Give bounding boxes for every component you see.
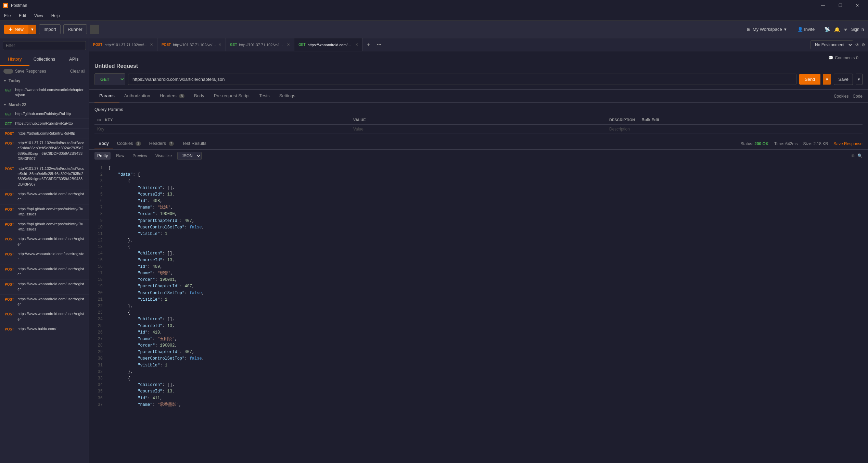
description-input[interactable] — [609, 127, 860, 132]
tab-close-icon[interactable]: ✕ — [287, 42, 290, 47]
sidebar-tab-collections[interactable]: Collections — [29, 53, 59, 66]
tab-2[interactable]: GET http://101.37.71.102/vc/inf/bus... ✕ — [226, 38, 294, 51]
response-time: Time: 642ms — [774, 141, 798, 146]
bell-icon[interactable]: 🔔 — [834, 27, 840, 32]
extra-button[interactable]: ⋯ — [90, 25, 99, 34]
list-item[interactable]: POST https://www.wanandroid.com/user/reg… — [0, 279, 89, 295]
tab-params[interactable]: Params — [94, 90, 119, 102]
value-input[interactable] — [353, 127, 604, 132]
maximize-button[interactable]: ❐ — [832, 0, 848, 11]
format-type-select[interactable]: JSON XML HTML Text — [177, 152, 202, 160]
save-button[interactable]: Save — [834, 74, 853, 85]
format-visualize-button[interactable]: Visualize — [153, 152, 175, 160]
list-item[interactable]: POST https://api.github.com/repos/rubint… — [0, 220, 89, 235]
add-tab-button[interactable]: + — [363, 42, 374, 48]
format-raw-button[interactable]: Raw — [113, 152, 127, 160]
key-input[interactable] — [97, 127, 348, 132]
sign-in-button[interactable]: Sign In — [851, 27, 864, 32]
environment-dropdown[interactable]: No Environment — [810, 40, 853, 49]
list-item[interactable]: POST https://www.wanandroid.com/user/reg… — [0, 295, 89, 310]
clear-all-button[interactable]: Clear all — [70, 69, 85, 74]
tab-tests[interactable]: Tests — [254, 90, 274, 102]
resp-tab-test-results[interactable]: Test Results — [178, 138, 210, 149]
url-input[interactable] — [128, 74, 796, 85]
tab-settings[interactable]: Settings — [275, 90, 300, 102]
list-item[interactable]: POST https://www.wanandroid.com/user/reg… — [0, 234, 89, 249]
list-item[interactable]: POST http://101.37.71.102/vc/inf/route/l… — [0, 164, 89, 190]
list-item[interactable]: POST https://api.github.com/repos/rubint… — [0, 204, 89, 220]
tab-1[interactable]: POST http://101.37.71.102/vc/inf/ro... ✕ — [157, 38, 226, 51]
list-item[interactable]: POST https://www.wanandroid.com/user/reg… — [0, 264, 89, 279]
search-input[interactable] — [3, 41, 86, 50]
tab-pre-request-script[interactable]: Pre-request Script — [209, 90, 255, 102]
headers-badge: 8 — [179, 94, 184, 98]
list-item[interactable]: GET https://wanandroid.com/wxarticle/cha… — [0, 85, 89, 100]
tab-method: POST — [93, 43, 102, 47]
menu-help[interactable]: Help — [50, 13, 61, 19]
menu-edit[interactable]: Edit — [17, 13, 27, 19]
more-tabs-button[interactable]: ••• — [374, 42, 384, 47]
sidebar-tab-apis[interactable]: APIs — [59, 53, 89, 66]
tab-close-icon[interactable]: ✕ — [355, 42, 358, 47]
import-button[interactable]: Import — [39, 24, 61, 34]
menu-file[interactable]: File — [3, 13, 12, 19]
minimize-button[interactable]: — — [815, 0, 831, 11]
list-item[interactable]: GET https://github.com/Rubintry/RuHttp — [0, 119, 89, 128]
close-button[interactable]: ✕ — [850, 0, 865, 11]
workspace-button[interactable]: ⊞ My Workspace ▾ — [743, 25, 791, 34]
list-item[interactable]: POST https://www.wanandroid.com/user/reg… — [0, 189, 89, 204]
copy-icon[interactable]: ⧉ — [852, 153, 855, 158]
runner-button[interactable]: Runner — [63, 24, 87, 34]
send-button[interactable]: Send — [799, 74, 820, 85]
toggle-switch[interactable] — [3, 69, 13, 74]
list-item[interactable]: GET http://github.com/Rubintry/RuHttp — [0, 109, 89, 119]
list-item[interactable]: POST http://101.37.71.102/vc/inf/route/l… — [0, 138, 89, 164]
code-link[interactable]: Code — [853, 94, 863, 99]
list-item[interactable]: POST http://www.wanandroid.com/user/regi… — [0, 249, 89, 264]
request-title: Untitled Request — [94, 63, 863, 69]
env-eye-icon[interactable]: 👁 — [855, 42, 859, 47]
format-pretty-button[interactable]: Pretty — [94, 152, 111, 160]
tab-close-icon[interactable]: ✕ — [218, 42, 221, 47]
json-line-31: 31 "visible": 1 — [94, 362, 863, 369]
list-item[interactable]: POST https://github.com/Rubintry/RuHttp — [0, 129, 89, 138]
new-dropdown-button[interactable]: ▾ — [28, 25, 36, 34]
tab-close-icon[interactable]: ✕ — [150, 42, 153, 47]
request-tabs: Params Authorization Headers 8 Body Pre-… — [89, 90, 868, 103]
json-line-17: 17 "name": "绑套", — [94, 270, 863, 277]
method-select[interactable]: GET POST PUT DELETE — [94, 73, 125, 85]
menu-view[interactable]: View — [33, 13, 44, 19]
cookies-link[interactable]: Cookies — [834, 94, 848, 99]
new-button[interactable]: ✚ New — [4, 25, 28, 34]
comments-button[interactable]: 💬 Comments 0 — [94, 55, 863, 60]
resp-tab-cookies[interactable]: Cookies 3 — [113, 138, 145, 149]
env-settings-icon[interactable]: ⚙ — [861, 42, 865, 47]
sidebar-tab-history[interactable]: History — [0, 53, 29, 66]
tab-3[interactable]: GET https://wanandroid.com/wxarti... ✕ — [294, 38, 363, 51]
tab-headers[interactable]: Headers 8 — [155, 90, 189, 102]
search-icon[interactable]: 🔍 — [857, 153, 863, 158]
tab-body[interactable]: Body — [189, 90, 209, 102]
resp-tab-headers[interactable]: Headers 7 — [145, 138, 178, 149]
tab-0[interactable]: POST http://101.37.71.102/vc/inf/ro... ✕ — [89, 38, 157, 51]
format-preview-button[interactable]: Preview — [130, 152, 150, 160]
save-dropdown-button[interactable]: ▾ — [856, 74, 863, 85]
method-badge: POST — [3, 327, 15, 331]
response-body: 1{ 2 "data": [ 3 { 4 "children": [], 5 "… — [89, 162, 868, 463]
method-badge: GET — [3, 122, 13, 126]
bulk-edit-button[interactable]: Bulk Edit — [641, 117, 659, 122]
heart-icon[interactable]: ♥ — [844, 27, 847, 32]
response-tabs-bar: Body Cookies 3 Headers 7 Test Results St… — [89, 138, 868, 150]
send-dropdown-button[interactable]: ▾ — [823, 74, 831, 85]
save-responses-toggle[interactable]: Save Responses — [3, 69, 46, 74]
save-response-button[interactable]: Save Response — [833, 141, 863, 146]
json-line-12: 12 }, — [94, 237, 863, 244]
response-format-bar: Pretty Raw Preview Visualize JSON XML HT… — [89, 150, 868, 162]
list-item[interactable]: POST https://www.baidu.com/ — [0, 324, 89, 334]
list-item[interactable]: POST https://www.wanandroid.com/user/reg… — [0, 309, 89, 324]
response-area: Body Cookies 3 Headers 7 Test Results St… — [89, 138, 868, 463]
satellite-icon[interactable]: 📡 — [824, 27, 830, 32]
resp-tab-body[interactable]: Body — [94, 138, 113, 149]
invite-button[interactable]: 👤 Invite — [793, 25, 819, 34]
tab-authorization[interactable]: Authorization — [119, 90, 155, 102]
